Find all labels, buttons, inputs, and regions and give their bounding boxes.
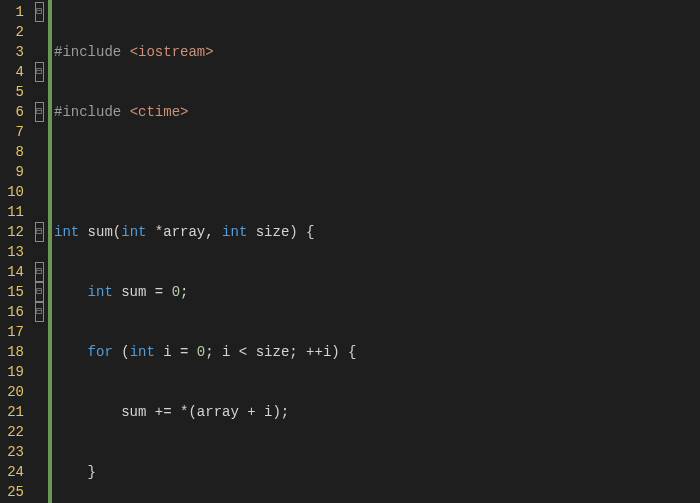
line-number: 20 (4, 382, 24, 402)
fold-toggle-icon[interactable]: ⊟ (35, 302, 44, 322)
line-number: 5 (4, 82, 24, 102)
line-number-gutter: 1 2 3 4 5 6 7 8 9 10 11 12 13 14 15 16 1… (0, 0, 30, 503)
line-number: 24 (4, 462, 24, 482)
line-number: 1 (4, 2, 24, 22)
line-number: 19 (4, 362, 24, 382)
line-number: 16 (4, 302, 24, 322)
line-number: 3 (4, 42, 24, 62)
line-number: 12 (4, 222, 24, 242)
line-number: 8 (4, 142, 24, 162)
line-number: 11 (4, 202, 24, 222)
line-number: 13 (4, 242, 24, 262)
fold-toggle-icon[interactable]: ⊟ (35, 222, 44, 242)
code-line[interactable]: } (54, 462, 625, 482)
line-number: 6 (4, 102, 24, 122)
fold-toggle-icon[interactable]: ⊟ (35, 2, 44, 22)
line-number: 9 (4, 162, 24, 182)
fold-toggle-icon[interactable]: ⊟ (35, 102, 44, 122)
line-number: 21 (4, 402, 24, 422)
line-number: 17 (4, 322, 24, 342)
fold-toggle-icon[interactable]: ⊟ (35, 282, 44, 302)
code-line[interactable]: int sum = 0; (54, 282, 625, 302)
code-line[interactable]: #include <ctime> (54, 102, 625, 122)
line-number: 23 (4, 442, 24, 462)
change-indicator-bar (48, 0, 52, 503)
code-line[interactable]: for (int i = 0; i < size; ++i) { (54, 342, 625, 362)
fold-toggle-icon[interactable]: ⊟ (35, 262, 44, 282)
code-line[interactable] (54, 162, 625, 182)
line-number: 15 (4, 282, 24, 302)
line-number: 2 (4, 22, 24, 42)
fold-toggle-icon[interactable]: ⊟ (35, 62, 44, 82)
code-line[interactable]: #include <iostream> (54, 42, 625, 62)
code-editor-area[interactable]: #include <iostream> #include <ctime> int… (54, 0, 625, 503)
line-number: 25 (4, 482, 24, 502)
code-line[interactable]: sum += *(array + i); (54, 402, 625, 422)
line-number: 18 (4, 342, 24, 362)
code-line[interactable]: int sum(int *array, int size) { (54, 222, 625, 242)
line-number: 7 (4, 122, 24, 142)
line-number: 14 (4, 262, 24, 282)
line-number: 10 (4, 182, 24, 202)
fold-column: ⊟ ⊟ ⊟ ⊟ ⊟ ⊟ ⊟ (30, 0, 48, 503)
line-number: 22 (4, 422, 24, 442)
line-number: 4 (4, 62, 24, 82)
